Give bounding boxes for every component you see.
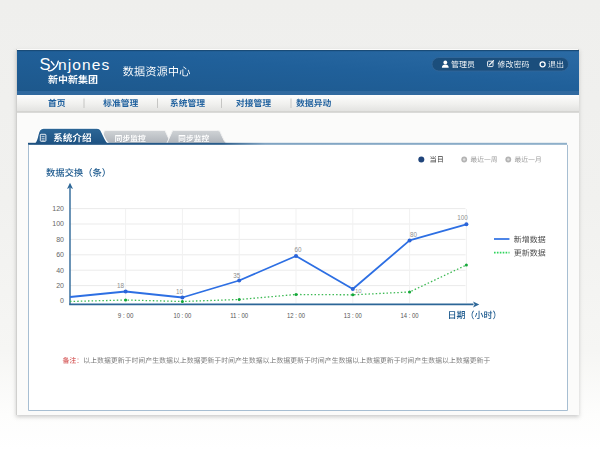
svg-text:11 : 00: 11 : 00 [230,311,248,320]
svg-text:20: 20 [56,282,64,289]
svg-text:10: 10 [355,288,362,294]
svg-text:14 : 00: 14 : 00 [401,311,419,320]
svg-text:10: 10 [176,288,184,295]
svg-text:0: 0 [60,297,64,304]
svg-text:40: 40 [56,267,64,274]
svg-text:100: 100 [457,214,468,221]
svg-text:12 : 00: 12 : 00 [287,311,305,320]
svg-text:13 : 00: 13 : 00 [344,311,362,320]
svg-text:9 : 00: 9 : 00 [118,311,134,320]
svg-text:80: 80 [410,231,418,238]
svg-text:80: 80 [56,236,64,243]
svg-text:120: 120 [52,205,64,212]
svg-text:njones: njones [58,56,110,73]
svg-text:35: 35 [233,272,241,279]
svg-text:18: 18 [117,282,125,289]
svg-text:60: 60 [56,251,64,258]
svg-text:100: 100 [52,220,64,227]
svg-text:60: 60 [294,246,302,253]
svg-text:10 : 00: 10 : 00 [173,311,191,320]
svg-text:S: S [40,55,51,73]
